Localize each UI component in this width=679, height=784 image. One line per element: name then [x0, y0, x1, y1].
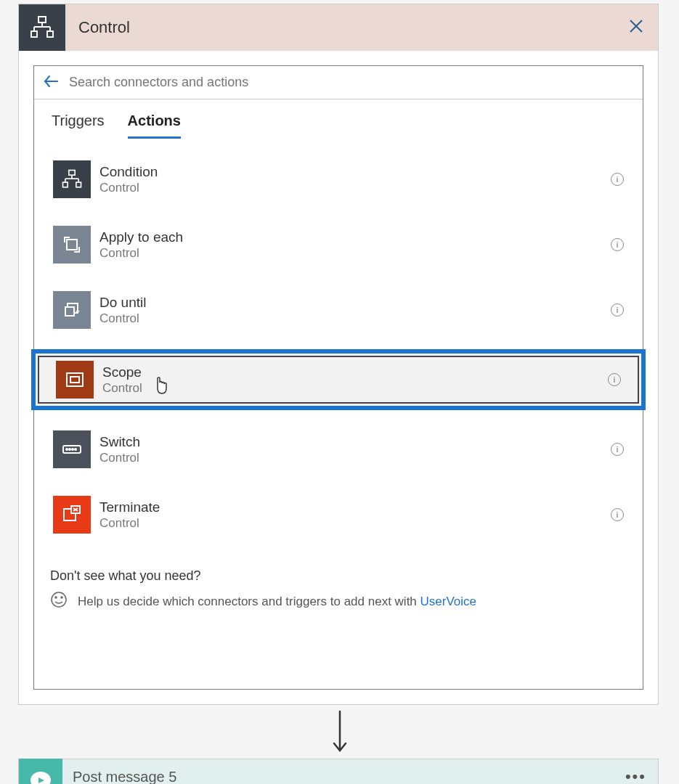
back-arrow-icon[interactable] [43, 73, 59, 92]
card-body: Triggers Actions Condition Control i [19, 51, 658, 704]
help-text: Help us decide which connectors and trig… [78, 595, 476, 609]
svg-rect-5 [31, 31, 37, 37]
pointer-cursor-icon [152, 376, 171, 396]
help-section: Don't see what you need? Help us decide … [34, 561, 643, 619]
action-subtitle: Control [102, 381, 142, 396]
do-until-icon [53, 291, 91, 329]
svg-rect-16 [76, 182, 81, 187]
action-subtitle: Control [99, 246, 183, 261]
svg-rect-0 [38, 17, 46, 23]
action-scope[interactable]: Scope Control i [31, 349, 646, 410]
action-text: Terminate Control [99, 499, 160, 531]
card-header: Control [19, 4, 658, 51]
svg-rect-17 [67, 240, 77, 250]
svg-point-22 [66, 449, 68, 450]
inner-panel: Triggers Actions Condition Control i [33, 65, 643, 690]
action-text: Apply to each Control [99, 229, 183, 261]
action-title: Condition [99, 164, 158, 180]
control-action-picker-card: Control Tri [18, 4, 659, 705]
action-switch[interactable]: Switch Control i [47, 423, 630, 475]
help-title: Don't see what you need? [50, 568, 627, 584]
svg-point-24 [72, 449, 73, 450]
action-terminate[interactable]: Terminate Control i [47, 489, 630, 541]
action-title: Do until [99, 295, 146, 311]
action-do-until[interactable]: Do until Control i [47, 284, 630, 336]
info-icon[interactable]: i [611, 303, 624, 317]
info-icon[interactable]: i [611, 443, 624, 456]
action-subtitle: Control [99, 181, 158, 195]
control-icon [19, 4, 65, 51]
terminate-icon [53, 496, 91, 534]
info-icon[interactable]: i [611, 238, 624, 251]
action-title: Apply to each [99, 229, 183, 245]
apply-each-icon [53, 226, 91, 264]
svg-rect-18 [65, 307, 74, 316]
svg-point-25 [75, 449, 76, 450]
switch-icon [53, 430, 91, 468]
action-subtitle: Control [99, 451, 140, 465]
help-row: Help us decide which connectors and trig… [50, 591, 627, 612]
svg-rect-19 [67, 373, 83, 386]
post-message-icon [19, 759, 62, 784]
action-condition[interactable]: Condition Control i [47, 153, 630, 205]
close-button[interactable] [629, 19, 643, 36]
action-text: Switch Control [99, 434, 140, 465]
tab-triggers[interactable]: Triggers [52, 113, 105, 139]
flow-connector-arrow-icon [331, 710, 349, 755]
more-menu-icon[interactable]: ••• [625, 767, 646, 784]
action-subtitle: Control [99, 311, 146, 326]
info-icon[interactable]: i [611, 173, 624, 186]
next-step-card[interactable]: Post message 5 ••• [18, 759, 659, 784]
info-icon[interactable]: i [608, 373, 621, 386]
condition-icon [53, 160, 91, 198]
svg-rect-20 [70, 377, 79, 383]
card-title: Control [78, 18, 130, 37]
action-apply-to-each[interactable]: Apply to each Control i [47, 219, 630, 271]
action-list: Condition Control i Apply to each Contro… [34, 139, 643, 561]
tab-bar: Triggers Actions [34, 99, 643, 139]
info-icon[interactable]: i [611, 508, 624, 521]
svg-point-23 [69, 449, 70, 450]
action-text: Do until Control [99, 295, 146, 326]
action-title: Switch [99, 434, 140, 450]
svg-point-30 [52, 592, 66, 607]
action-title: Scope [102, 364, 142, 380]
action-text: Condition Control [99, 164, 158, 195]
svg-rect-10 [69, 171, 75, 176]
uservoice-link[interactable]: UserVoice [420, 595, 476, 608]
action-title: Terminate [99, 499, 160, 515]
action-subtitle: Control [99, 516, 160, 531]
tab-actions[interactable]: Actions [128, 113, 181, 139]
svg-rect-6 [47, 31, 53, 37]
svg-rect-15 [63, 182, 68, 187]
svg-point-32 [61, 597, 62, 598]
search-bar[interactable] [34, 66, 643, 99]
smiley-icon [50, 591, 68, 612]
search-input[interactable] [69, 75, 634, 90]
scope-icon [56, 361, 94, 399]
action-text: Scope Control [102, 364, 142, 396]
svg-point-31 [55, 597, 57, 598]
next-step-title: Post message 5 [73, 769, 176, 785]
